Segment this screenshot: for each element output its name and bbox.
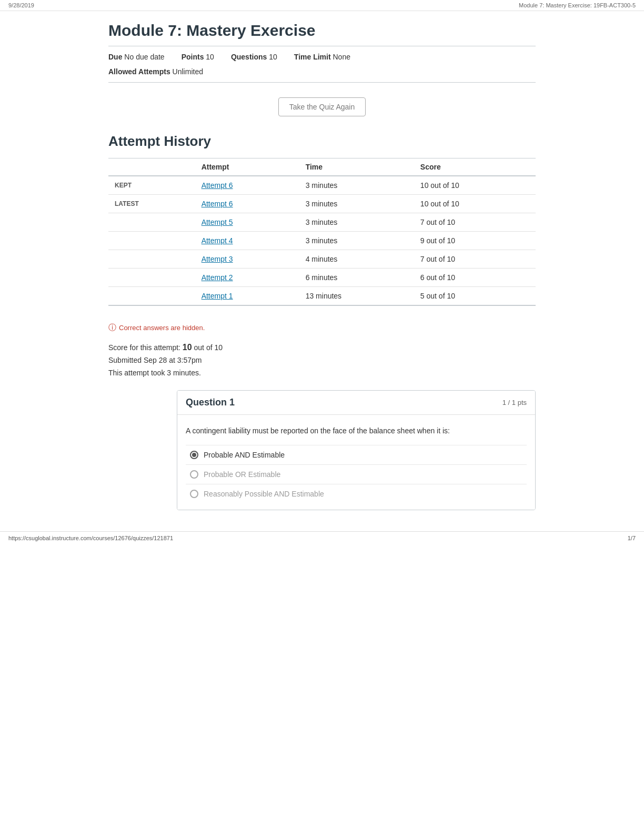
answer-option[interactable]: Probable AND Estimable — [186, 445, 527, 464]
submitted-line: Submitted Sep 28 at 3:57pm — [108, 354, 536, 367]
row-attempt-cell[interactable]: Attempt 2 — [195, 269, 299, 287]
row-time-cell: 3 minutes — [299, 195, 414, 213]
row-score-cell: 7 out of 10 — [414, 213, 536, 232]
col-score: Score — [414, 158, 536, 176]
answer-option[interactable]: Probable OR Estimable — [186, 464, 527, 484]
footer-url: https://csuglobal.instructure.com/course… — [8, 535, 173, 541]
col-attempt: Attempt — [195, 158, 299, 176]
row-attempt-cell[interactable]: Attempt 1 — [195, 287, 299, 306]
radio-button-icon — [190, 490, 198, 498]
attempt-link[interactable]: Attempt 6 — [202, 200, 233, 208]
quiz-actions: Take the Quiz Again — [108, 97, 536, 116]
question-1-body: A contingent liability must be reported … — [177, 415, 535, 510]
due-value: No due date — [124, 53, 164, 61]
points-label: Points — [182, 53, 204, 61]
score-suffix: out of 10 — [194, 343, 223, 352]
browser-footer: https://csuglobal.instructure.com/course… — [0, 531, 644, 544]
page-container: Module 7: Mastery Exercise Due No due da… — [96, 11, 548, 531]
row-score-cell: 7 out of 10 — [414, 250, 536, 269]
row-score-cell: 6 out of 10 — [414, 269, 536, 287]
col-label — [108, 158, 195, 176]
meta-row-1: Due No due date Points 10 Questions 10 T… — [108, 53, 536, 64]
row-time-cell: 6 minutes — [299, 269, 414, 287]
footer-page: 1/7 — [628, 535, 636, 541]
table-row: LATESTAttempt 63 minutes10 out of 10 — [108, 195, 536, 213]
row-time-cell: 3 minutes — [299, 213, 414, 232]
attempt-link[interactable]: Attempt 2 — [202, 273, 233, 282]
question-1-card: Question 1 1 / 1 pts A contingent liabil… — [177, 390, 536, 510]
meta-allowed-attempts: Allowed Attempts Unlimited — [108, 67, 203, 76]
row-time-cell: 4 minutes — [299, 250, 414, 269]
answer-text: Probable OR Estimable — [204, 470, 280, 479]
meta-due: Due No due date — [108, 53, 165, 61]
allowed-attempts-label: Allowed Attempts — [108, 67, 170, 76]
info-section: ⓘ Correct answers are hidden. Score for … — [108, 323, 536, 380]
row-label-cell — [108, 287, 195, 306]
row-time-cell: 3 minutes — [299, 232, 414, 250]
browser-date: 9/28/2019 — [8, 2, 34, 8]
table-row: KEPTAttempt 63 minutes10 out of 10 — [108, 176, 536, 195]
row-score-cell: 10 out of 10 — [414, 195, 536, 213]
score-info: Score for this attempt: 10 out of 10 Sub… — [108, 340, 536, 380]
meta-questions: Questions 10 — [231, 53, 277, 61]
score-value: 10 — [183, 343, 192, 352]
attempt-link[interactable]: Attempt 4 — [202, 236, 233, 245]
row-attempt-cell[interactable]: Attempt 5 — [195, 213, 299, 232]
attempt-history-table: Attempt Time Score KEPTAttempt 63 minute… — [108, 158, 536, 306]
table-header-row: Attempt Time Score — [108, 158, 536, 176]
take-quiz-again-button[interactable]: Take the Quiz Again — [278, 97, 366, 116]
table-row: Attempt 113 minutes5 out of 10 — [108, 287, 536, 306]
time-limit-label: Time Limit — [294, 53, 331, 61]
radio-button-icon — [190, 451, 198, 459]
due-label: Due — [108, 53, 122, 61]
info-icon: ⓘ — [108, 323, 116, 333]
row-score-cell: 10 out of 10 — [414, 176, 536, 195]
row-time-cell: 13 minutes — [299, 287, 414, 306]
attempt-link[interactable]: Attempt 6 — [202, 181, 233, 190]
questions-value: 10 — [269, 53, 277, 61]
question-1-header: Question 1 1 / 1 pts — [177, 391, 535, 415]
row-label-cell — [108, 250, 195, 269]
score-line: Score for this attempt: 10 out of 10 — [108, 340, 536, 354]
row-label-cell — [108, 213, 195, 232]
meta-divider — [108, 46, 536, 46]
table-row: Attempt 43 minutes9 out of 10 — [108, 232, 536, 250]
question-1-text: A contingent liability must be reported … — [186, 425, 527, 436]
table-row: Attempt 34 minutes7 out of 10 — [108, 250, 536, 269]
row-attempt-cell[interactable]: Attempt 6 — [195, 195, 299, 213]
row-score-cell: 9 out of 10 — [414, 232, 536, 250]
row-attempt-cell[interactable]: Attempt 4 — [195, 232, 299, 250]
row-time-cell: 3 minutes — [299, 176, 414, 195]
row-label-cell — [108, 232, 195, 250]
attempt-link[interactable]: Attempt 1 — [202, 292, 233, 300]
browser-bar: 9/28/2019 Module 7: Mastery Exercise: 19… — [0, 0, 644, 11]
answer-text: Probable AND Estimable — [204, 451, 285, 459]
hidden-notice-text: Correct answers are hidden. — [119, 324, 205, 332]
question-1-options: Probable AND EstimableProbable OR Estima… — [186, 445, 527, 503]
row-score-cell: 5 out of 10 — [414, 287, 536, 306]
questions-label: Questions — [231, 53, 267, 61]
question-1-number: Question 1 — [186, 397, 235, 408]
row-attempt-cell[interactable]: Attempt 6 — [195, 176, 299, 195]
hidden-answers-notice: ⓘ Correct answers are hidden. — [108, 323, 536, 333]
row-attempt-cell[interactable]: Attempt 3 — [195, 250, 299, 269]
table-row: Attempt 26 minutes6 out of 10 — [108, 269, 536, 287]
attempt-history-title: Attempt History — [108, 133, 536, 150]
answer-option[interactable]: Reasonably Possible AND Estimable — [186, 484, 527, 503]
score-label: Score for this attempt: — [108, 343, 180, 352]
meta-points: Points 10 — [182, 53, 214, 61]
allowed-attempts-value: Unlimited — [173, 67, 203, 76]
row-label-cell — [108, 269, 195, 287]
duration-line: This attempt took 3 minutes. — [108, 367, 536, 380]
meta-row-2: Allowed Attempts Unlimited — [108, 67, 536, 79]
col-time: Time — [299, 158, 414, 176]
time-limit-value: None — [333, 53, 350, 61]
attempt-link[interactable]: Attempt 5 — [202, 218, 233, 226]
attempt-link[interactable]: Attempt 3 — [202, 255, 233, 263]
answer-text: Reasonably Possible AND Estimable — [204, 490, 324, 498]
row-label-cell: KEPT — [108, 176, 195, 195]
meta-divider-2 — [108, 82, 536, 83]
meta-time-limit: Time Limit None — [294, 53, 350, 61]
table-row: Attempt 53 minutes7 out of 10 — [108, 213, 536, 232]
radio-button-icon — [190, 470, 198, 479]
